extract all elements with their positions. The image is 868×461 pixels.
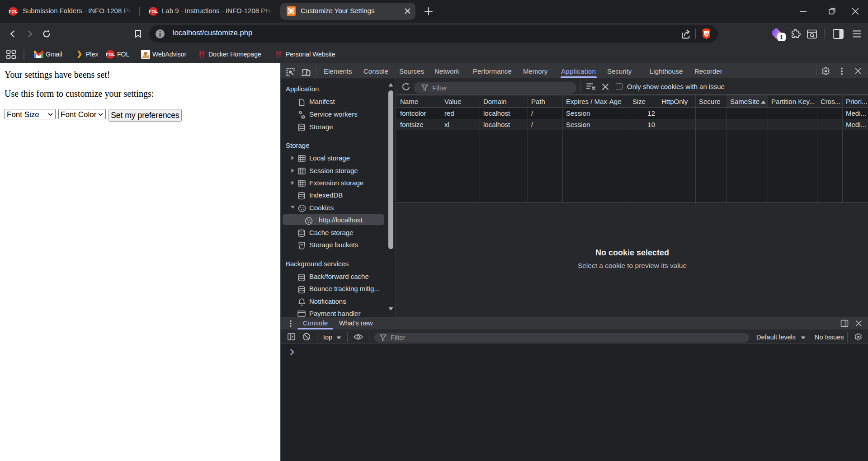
svg-text:1: 1 xyxy=(780,34,783,41)
svg-text:FOL: FOL xyxy=(106,52,115,57)
svg-text:FOL: FOL xyxy=(149,9,158,14)
svg-text:FOL: FOL xyxy=(9,9,18,14)
